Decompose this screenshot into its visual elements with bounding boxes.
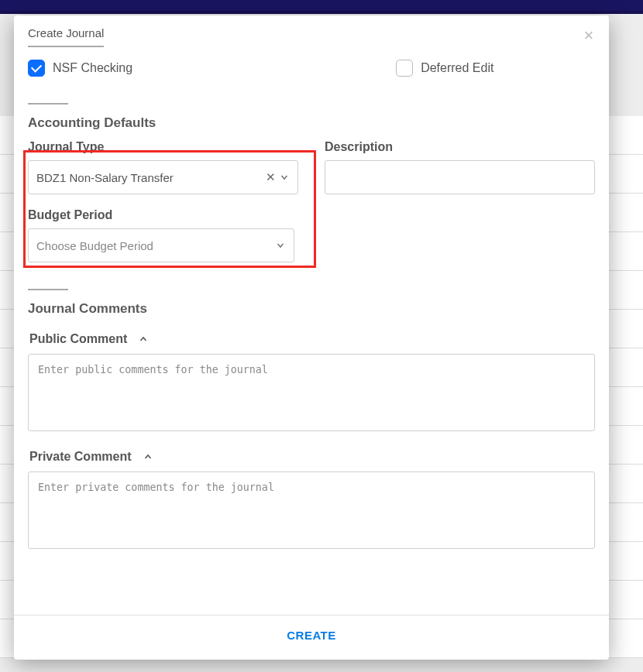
chevron-up-icon: [138, 334, 149, 345]
journal-type-select[interactable]: BDZ1 Non-Salary Transfer ✕: [28, 160, 298, 194]
chevron-down-icon[interactable]: [279, 172, 290, 183]
nsf-checking-label: NSF Checking: [53, 61, 132, 75]
deferred-edit-label: Deferred Edit: [421, 61, 493, 75]
budget-period-select[interactable]: Choose Budget Period: [28, 228, 294, 262]
chevron-down-icon[interactable]: [275, 240, 286, 251]
accounting-defaults-heading: Accounting Defaults: [28, 103, 595, 131]
budget-period-label: Budget Period: [28, 208, 294, 222]
clear-icon[interactable]: ✕: [266, 170, 276, 184]
modal-header: Create Journal ×: [14, 15, 609, 50]
description-text-field[interactable]: [333, 170, 586, 185]
create-button[interactable]: CREATE: [282, 628, 341, 643]
close-icon[interactable]: ×: [579, 26, 598, 45]
private-comment-toggle[interactable]: Private Comment: [29, 450, 595, 464]
modal-footer: CREATE: [14, 615, 609, 660]
chevron-up-icon: [143, 451, 153, 462]
description-input[interactable]: [325, 160, 595, 194]
journal-type-value: BDZ1 Non-Salary Transfer: [36, 171, 266, 184]
public-comment-label: Public Comment: [29, 332, 127, 346]
create-journal-modal: Create Journal × NSF Checking Deferred E…: [14, 15, 609, 660]
private-comment-label: Private Comment: [29, 450, 132, 464]
modal-body: NSF Checking Deferred Edit Accounting De…: [14, 50, 609, 615]
journal-type-label: Journal Type: [28, 140, 298, 154]
public-comment-textarea[interactable]: [28, 354, 595, 431]
budget-period-placeholder: Choose Budget Period: [36, 239, 275, 252]
private-comment-textarea[interactable]: [28, 471, 595, 549]
public-comment-toggle[interactable]: Public Comment: [29, 332, 595, 346]
journal-comments-heading: Journal Comments: [28, 289, 595, 317]
description-label: Description: [325, 140, 595, 154]
modal-title: Create Journal: [28, 26, 104, 47]
nsf-checking-checkbox[interactable]: [28, 60, 45, 77]
deferred-edit-checkbox[interactable]: [396, 60, 413, 77]
